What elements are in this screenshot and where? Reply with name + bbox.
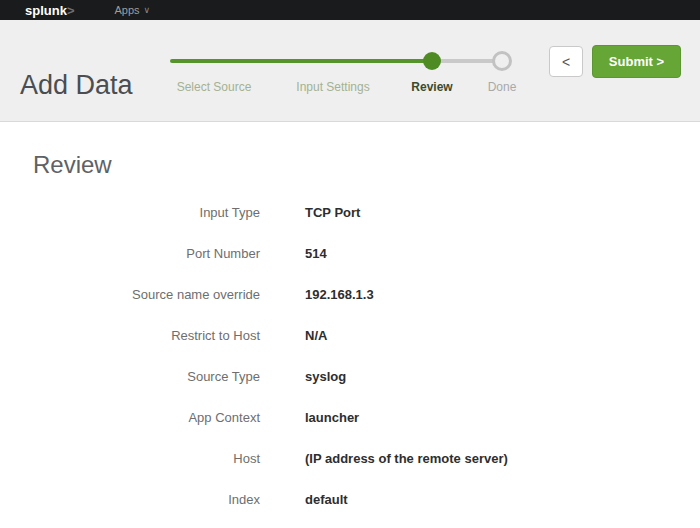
step-label-input-settings: Input Settings	[296, 80, 369, 94]
field-value: 192.168.1.3	[305, 287, 374, 302]
wizard-header: Add Data Select Source Input Settings Re…	[0, 20, 700, 122]
field-value: syslog	[305, 369, 346, 384]
apps-menu-label: Apps	[115, 4, 140, 16]
field-label: Source name override	[0, 287, 260, 302]
field-label: App Context	[0, 410, 260, 425]
apps-menu[interactable]: Apps ∨	[115, 4, 151, 16]
top-navigation-bar: splunk> Apps ∨	[0, 0, 700, 20]
submit-button[interactable]: Submit >	[592, 45, 681, 78]
back-button[interactable]: <	[549, 46, 583, 77]
field-row-host: Host (IP address of the remote server)	[0, 438, 700, 479]
stepper-dot-done	[492, 51, 512, 71]
splunk-logo-text: splunk	[25, 3, 67, 18]
step-label-done: Done	[488, 80, 517, 94]
field-value: (IP address of the remote server)	[305, 451, 508, 466]
splunk-logo[interactable]: splunk>	[25, 3, 75, 18]
field-label: Restrict to Host	[0, 328, 260, 343]
field-row-port-number: Port Number 514	[0, 233, 700, 274]
field-row-input-type: Input Type TCP Port	[0, 192, 700, 233]
chevron-down-icon: ∨	[144, 5, 151, 15]
page-title: Add Data	[20, 70, 133, 101]
review-heading: Review	[33, 151, 112, 179]
field-row-source-name-override: Source name override 192.168.1.3	[0, 274, 700, 315]
stepper-progress-track	[170, 59, 432, 63]
stepper-dot-review	[423, 52, 441, 70]
field-row-app-context: App Context launcher	[0, 397, 700, 438]
field-value: launcher	[305, 410, 359, 425]
field-label: Port Number	[0, 246, 260, 261]
field-label: Input Type	[0, 205, 260, 220]
step-label-review: Review	[411, 80, 452, 94]
review-panel: Review Input Type TCP Port Port Number 5…	[0, 123, 700, 528]
field-label: Index	[0, 492, 260, 507]
field-value: 514	[305, 246, 327, 261]
step-label-select-source: Select Source	[177, 80, 252, 94]
field-row-index: Index default	[0, 479, 700, 520]
field-label: Host	[0, 451, 260, 466]
splunk-logo-caret: >	[67, 3, 75, 18]
field-row-source-type: Source Type syslog	[0, 356, 700, 397]
field-value: default	[305, 492, 348, 507]
field-value: N/A	[305, 328, 327, 343]
review-field-list: Input Type TCP Port Port Number 514 Sour…	[0, 192, 700, 520]
field-row-restrict-to-host: Restrict to Host N/A	[0, 315, 700, 356]
field-value: TCP Port	[305, 205, 360, 220]
field-label: Source Type	[0, 369, 260, 384]
